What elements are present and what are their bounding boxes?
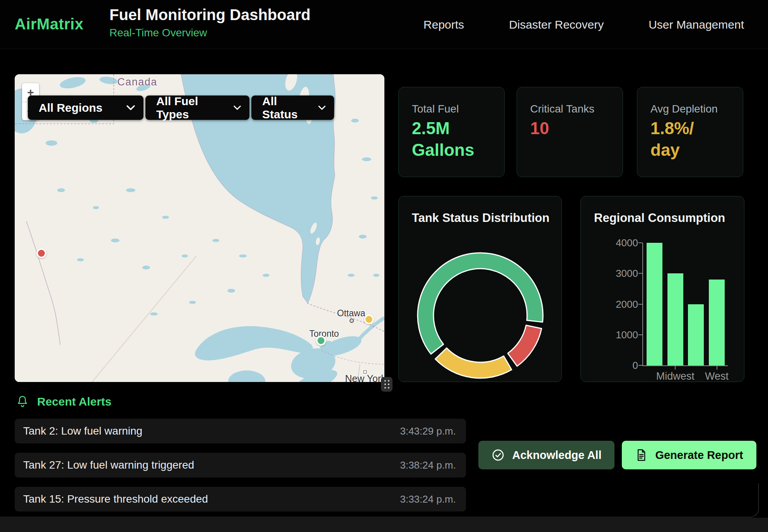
nav-reports[interactable]: Reports [423,18,464,31]
generate-report-button[interactable]: Generate Report [622,441,756,469]
y-tick-mark [638,273,642,274]
title-block: Fuel Monitoring Dashboard Real-Time Over… [109,6,311,39]
tank-marker-warning[interactable] [364,314,374,324]
bar-0 [647,243,662,365]
fuel-type-filter-dropdown[interactable]: All Fuel Types [145,95,249,120]
footer-strip [0,518,768,532]
document-icon [635,448,647,462]
map-resize-handle[interactable] [381,377,393,392]
main-nav: Reports Disaster Recovery User Managemen… [423,0,744,49]
alert-row: Tank 27: Low fuel warning triggered 3:38… [15,453,466,477]
x-tick-label: Midwest [656,370,695,382]
stat-label: Total Fuel [412,103,459,115]
bar-1 [667,273,683,365]
bar-2 [688,304,704,366]
chevron-down-icon [318,105,326,111]
regional-consumption-bar-chart: 01000200030004000MidwestWest [581,196,744,382]
stat-card-avg-depletion: Avg Depletion 1.8%/ day [637,87,743,177]
donut-chart-title: Tank Status Distribution [412,211,550,225]
region-filter-value: All Regions [39,101,102,114]
generate-report-label: Generate Report [655,449,743,462]
donut-segment-red [508,325,541,366]
app-header: AirMatrix Fuel Monitoring Dashboard Real… [0,0,768,49]
stat-card-critical-tanks: Critical Tanks 10 [517,87,623,177]
recent-alerts-title: Recent Alerts [37,395,111,408]
nav-disaster-recovery[interactable]: Disaster Recovery [509,18,604,31]
alert-message: Tank 27: Low fuel warning triggered [23,459,194,471]
y-axis [642,243,643,366]
alert-message: Tank 15: Pressure threshold exceeded [23,493,208,505]
alert-time: 3:43:29 p.m. [400,425,456,437]
regional-consumption-chart-card: Regional Consumption 01000200030004000Mi… [580,196,744,382]
y-tick-label: 4000 [584,237,638,249]
map-label-canada: Canada [117,76,157,88]
y-tick-label: 3000 [584,268,638,280]
region-filter-dropdown[interactable]: All Regions [28,95,143,120]
y-tick-label: 2000 [584,298,638,310]
map-label-new-york: New York [345,373,384,382]
chevron-down-icon [234,105,241,111]
y-tick-mark [638,242,642,243]
dashboard-page: { "header": { "logo": "AirMatrix", "titl… [0,0,768,532]
check-circle-icon [492,448,505,462]
x-axis [642,365,728,366]
stat-value: 10 [530,118,549,139]
y-tick-mark [638,334,642,335]
y-tick-mark [638,304,642,305]
acknowledge-all-button[interactable]: Acknowledge All [478,441,614,469]
recent-alerts-header: Recent Alerts [16,395,111,408]
alert-time: 3:38:24 p.m. [400,459,456,471]
x-tick-label: West [705,370,729,382]
nav-user-management[interactable]: User Management [649,18,744,31]
stat-label: Critical Tanks [530,103,594,115]
bell-icon [16,395,29,408]
y-tick-mark [638,365,642,366]
status-filter-dropdown[interactable]: All Status [251,95,334,120]
map-label-ottawa: Ottawa [337,308,365,319]
tank-status-chart-card: Tank Status Distribution [398,196,562,382]
stat-value: 2.5M Gallons [412,118,483,161]
donut-segment-yellow [435,348,512,378]
tank-marker-normal[interactable] [316,336,326,346]
chevron-down-icon [126,105,135,111]
stat-label: Avg Depletion [650,103,718,115]
y-tick-label: 1000 [584,329,638,341]
page-title: Fuel Monitoring Dashboard [109,6,311,24]
alert-row: Tank 15: Pressure threshold exceeded 3:3… [15,487,466,512]
ottawa-town-icon [350,319,354,323]
new-york-town-icon [364,370,367,373]
tank-marker-critical[interactable] [36,248,46,258]
acknowledge-all-label: Acknowledge All [512,449,602,462]
x-tick-mark [717,366,717,370]
y-tick-label: 0 [584,360,638,372]
fuel-type-filter-value: All Fuel Types [156,95,224,121]
page-subtitle: Real-Time Overview [109,27,311,39]
stat-value: 1.8%/ day [650,118,722,161]
map-filters: All Regions All Fuel Types All Status [28,95,334,120]
bar-3 [709,280,725,365]
fuel-map[interactable]: Canada Ottawa Toronto New York + − All R… [15,74,384,382]
x-tick-mark [675,366,676,370]
stat-card-total-fuel: Total Fuel 2.5M Gallons [398,87,505,177]
status-filter-value: All Status [262,95,308,121]
alert-time: 3:33:24 p.m. [400,493,456,505]
alert-row: Tank 2: Low fuel warning 3:43:29 p.m. [15,419,466,443]
alert-message: Tank 2: Low fuel warning [23,425,142,437]
app-logo: AirMatrix [15,15,84,33]
